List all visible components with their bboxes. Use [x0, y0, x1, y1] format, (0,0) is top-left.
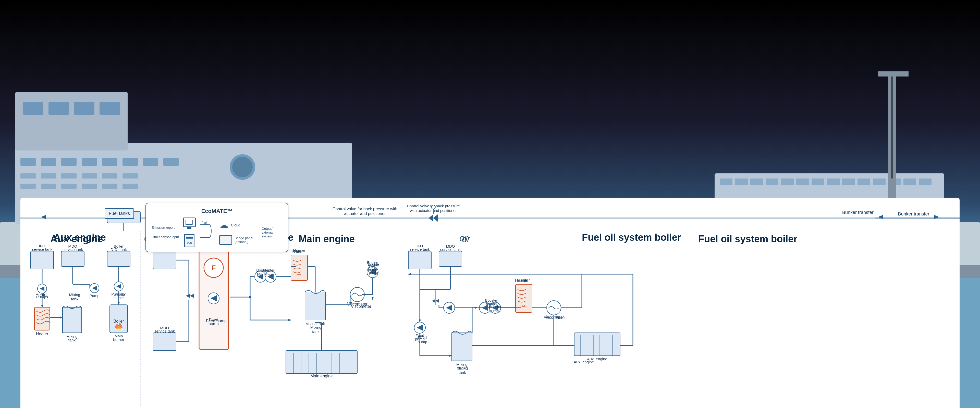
- svg-rect-16: [102, 173, 118, 178]
- mixing-tank-boiler-label: Mixing tank: [453, 366, 472, 375]
- svg-text:Control valve for back pressur: Control valve for back pressure: [407, 204, 460, 208]
- svg-text:Boiler: Boiler: [114, 319, 124, 323]
- svg-rect-103: [35, 307, 50, 330]
- aux-engine-title: Aux engine: [54, 232, 106, 243]
- svg-text:Pump: Pump: [89, 294, 99, 298]
- svg-marker-141: [186, 294, 190, 298]
- ecomate-left-labels: Emission report Other sensor input: [151, 226, 179, 239]
- svg-marker-72: [429, 214, 433, 222]
- svg-rect-52: [873, 178, 886, 185]
- svg-rect-15: [82, 173, 97, 178]
- ecomate-right: ☁ Cloud Bridge panel (optional): [219, 220, 258, 245]
- svg-text:Main engine: Main engine: [310, 374, 332, 378]
- svg-rect-241: [452, 333, 472, 361]
- cloud-section: ☁ Cloud: [219, 220, 258, 230]
- svg-text:Heater: Heater: [36, 332, 48, 336]
- bridge-panel-icon: [219, 235, 232, 245]
- bridge-panel-label: Bridge panel (optional): [234, 236, 258, 244]
- fuel-tanks-label: Fuel tanks: [105, 208, 134, 219]
- svg-rect-21: [82, 184, 97, 189]
- svg-rect-14: [61, 173, 76, 178]
- svg-marker-85: [878, 215, 883, 219]
- svg-rect-9: [123, 158, 138, 166]
- svg-text:Main engine: Main engine: [299, 233, 355, 244]
- svg-text:Bunker transfer: Bunker transfer: [898, 211, 929, 216]
- svg-text:service tank: service tank: [154, 329, 175, 333]
- svg-text:Fuel oil system boiler: Fuel oil system boiler: [698, 233, 797, 244]
- svg-rect-55: [919, 178, 932, 185]
- svg-marker-182: [372, 297, 374, 300]
- svg-rect-40: [100, 102, 120, 115]
- svg-rect-167: [305, 292, 325, 320]
- mixing-tank-aux-label: Mixingtank: [65, 292, 84, 301]
- svg-rect-131: [153, 251, 176, 269]
- svg-rect-6: [61, 158, 76, 166]
- mixing-tank-main-label: Mixing tank: [306, 325, 325, 334]
- svg-marker-233: [408, 273, 411, 275]
- svg-rect-7: [82, 158, 97, 166]
- svg-rect-247: [574, 333, 620, 356]
- svg-rect-23: [123, 184, 138, 189]
- svg-text:service tank: service tank: [62, 248, 83, 252]
- svg-rect-134: [153, 333, 176, 351]
- booster-pumps-label: Booster pumps: [258, 268, 278, 277]
- engine-driven-pump-label: Engine driven pump: [364, 262, 382, 275]
- boiler-title: Fuel oil system boiler: [582, 232, 681, 243]
- svg-text:service tank: service tank: [440, 248, 461, 252]
- ecomate-connections: )))): [200, 219, 215, 245]
- svg-rect-17: [123, 173, 138, 178]
- svg-rect-22: [102, 184, 118, 189]
- ecomate-title: EcoMATE™: [151, 208, 282, 214]
- aux-engine-boiler-label: Aux. engine: [574, 360, 594, 364]
- monitor-icon: [183, 217, 196, 227]
- svg-marker-73: [433, 214, 438, 222]
- bridge-panel-section: Bridge panel (optional): [219, 235, 258, 245]
- feed-pump-boiler-label: Feed pump: [414, 335, 431, 344]
- svg-rect-199: [408, 251, 431, 269]
- svg-rect-94: [61, 251, 84, 267]
- emission-report-label: Emission report: [151, 226, 179, 230]
- svg-rect-12: [21, 173, 36, 178]
- svg-rect-50: [842, 178, 855, 185]
- svg-rect-202: [439, 251, 462, 267]
- svg-point-60: [232, 157, 253, 177]
- svg-rect-44: [750, 178, 763, 185]
- svg-rect-11: [163, 158, 179, 166]
- svg-rect-37: [23, 102, 43, 115]
- svg-rect-54: [904, 178, 916, 185]
- svg-text:burner: burner: [113, 337, 124, 342]
- svg-rect-42: [720, 178, 732, 185]
- heater-main-label: Heater: [290, 249, 303, 254]
- svg-text:F: F: [211, 264, 216, 272]
- booster-pumps-boiler-label: Booster pumps: [485, 305, 505, 313]
- svg-marker-210: [435, 299, 439, 303]
- svg-rect-51: [858, 178, 870, 185]
- svg-rect-67: [186, 220, 192, 224]
- heater-aux-label: Heater: [32, 292, 52, 297]
- svg-rect-5: [41, 158, 56, 166]
- svg-text:)))): )))): [202, 221, 207, 225]
- svg-rect-58: [891, 76, 893, 178]
- cloud-label: Cloud: [231, 223, 240, 227]
- svg-rect-116: [107, 251, 130, 267]
- svg-rect-10: [143, 158, 158, 166]
- svg-text:service tank: service tank: [410, 247, 430, 251]
- bunker-transfer-label: Bunker transfer: [842, 210, 873, 215]
- svg-rect-36: [15, 92, 127, 151]
- svg-rect-45: [765, 178, 778, 185]
- control-valve-label: Control valve for back pressure with act…: [327, 207, 403, 216]
- svg-text:with actuator and positioner: with actuator and positioner: [410, 208, 457, 213]
- svg-rect-47: [796, 178, 809, 185]
- cloud-icon: ☁: [219, 220, 228, 230]
- svg-rect-38: [48, 102, 69, 115]
- ecomate-panel: EcoMATE™ Emission report Other sensor in…: [145, 203, 288, 252]
- svg-rect-107: [62, 307, 82, 333]
- svg-marker-142: [190, 294, 194, 298]
- svg-rect-183: [286, 351, 357, 373]
- ecomate-devices: SCU: [183, 217, 196, 247]
- viscometer-boiler-label: Viscometer: [546, 316, 566, 320]
- boiler-label: Boiler: [111, 292, 130, 297]
- svg-rect-48: [811, 178, 824, 185]
- svg-text:service tank: service tank: [32, 247, 52, 251]
- svg-rect-18: [21, 184, 36, 189]
